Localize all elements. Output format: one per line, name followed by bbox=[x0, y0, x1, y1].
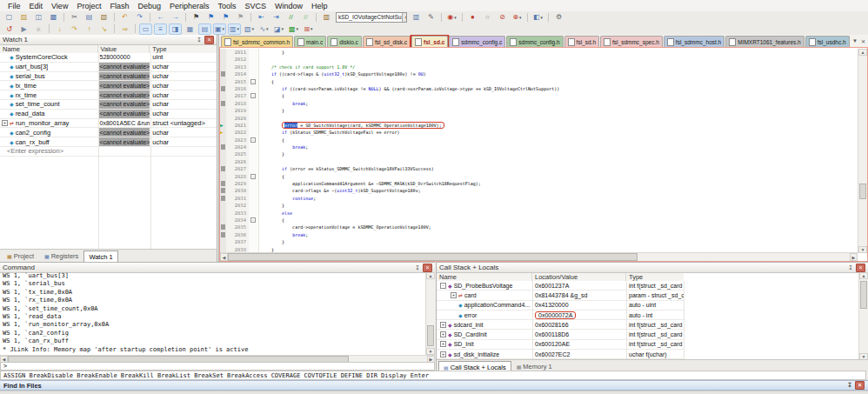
editor-tab-sdmmc-config-c[interactable]: sdmmc_config.c bbox=[449, 36, 505, 47]
breakpoint-margin[interactable] bbox=[220, 56, 226, 63]
watch-value-cell[interactable]: 528000000 bbox=[98, 53, 150, 62]
code-line-2018[interactable]: 2018 break; bbox=[220, 100, 858, 107]
chevron-down-icon[interactable]: ▾ bbox=[237, 26, 240, 31]
open-file-icon[interactable]: ▨ bbox=[17, 11, 30, 23]
code-line-2029[interactable]: 2029 applicationCommand41Argument &= ~SD… bbox=[220, 180, 858, 187]
watch-row[interactable]: ◆tx_time<cannot evaluate>uchar bbox=[0, 81, 217, 90]
fold-collapse-icon[interactable]: - bbox=[250, 93, 256, 98]
breakpoint-margin[interactable] bbox=[220, 202, 226, 209]
save-all-icon[interactable]: ▩ bbox=[47, 11, 60, 23]
save-icon[interactable]: ◫ bbox=[32, 11, 45, 23]
code-line-2034[interactable]: 2034- { bbox=[220, 217, 858, 224]
breakpoint-margin[interactable] bbox=[220, 165, 226, 172]
step-into-icon[interactable]: ↓ bbox=[53, 23, 66, 35]
code-view[interactable]: 2011 }20122013 /* check if card support … bbox=[220, 49, 858, 253]
expand-icon[interactable]: - bbox=[440, 283, 446, 289]
registers-window-icon[interactable]: ▦ bbox=[184, 23, 197, 35]
scrollbar-thumb[interactable] bbox=[427, 325, 434, 346]
breakpoint-margin[interactable] bbox=[220, 63, 226, 70]
memory-window-icon[interactable]: ▥▾ bbox=[228, 23, 241, 35]
fold-collapse-icon[interactable]: - bbox=[250, 79, 256, 84]
navigate-forward-icon[interactable]: → bbox=[169, 11, 182, 23]
watch-row[interactable]: ◆uart_bus[3]<cannot evaluate>uchar bbox=[0, 63, 217, 72]
menu-item-help[interactable]: Help bbox=[307, 2, 332, 10]
window-layout-icon[interactable]: ◧▾ bbox=[531, 11, 544, 23]
breakpoint-margin[interactable] bbox=[220, 70, 226, 77]
code-line-2037[interactable]: 2037 } bbox=[220, 238, 858, 245]
pin-icon[interactable]: ↧ bbox=[415, 264, 420, 271]
callstack-row-sd-probebusvoltage[interactable]: -◆SD_ProbeBusVoltage0x6001237Aint f(stru… bbox=[437, 281, 684, 290]
editor-tab-fsl-sd-h[interactable]: fsl_sd.h bbox=[564, 36, 599, 47]
breakpoint-margin[interactable] bbox=[220, 150, 226, 157]
watch-value-cell[interactable]: <cannot evaluate> bbox=[98, 110, 150, 118]
scroll-right-icon[interactable]: ▶ bbox=[850, 253, 858, 261]
code-line-2032[interactable]: 2032 } bbox=[220, 202, 858, 209]
indent-left-icon[interactable]: ⇤ bbox=[255, 11, 268, 23]
editor-tab-mimxrt1061-features-h[interactable]: MIMXRT1061_features.h bbox=[725, 36, 805, 47]
prev-bookmark-icon[interactable]: ⚑ bbox=[204, 11, 217, 23]
code-line-2011[interactable]: 2011 } bbox=[220, 49, 858, 56]
chevron-down-icon[interactable]: ▾ bbox=[297, 26, 299, 31]
incremental-find-icon[interactable]: ✎ bbox=[424, 11, 437, 23]
menu-item-edit[interactable]: Edit bbox=[25, 2, 48, 10]
dock-tab-project[interactable]: ▦Project bbox=[2, 250, 39, 262]
menu-item-tools[interactable]: Tools bbox=[213, 2, 240, 10]
watch-value-cell[interactable]: <cannot evaluate> bbox=[98, 100, 150, 109]
expand-icon[interactable]: + bbox=[440, 351, 446, 357]
watch-row[interactable]: +⇄run_monitor_array0x8001A5EC &run_mo...… bbox=[0, 119, 217, 129]
dock-tab-registers[interactable]: ▦Registers bbox=[39, 250, 83, 262]
breakpoint-margin[interactable] bbox=[220, 137, 226, 144]
code-line-2016[interactable]: 2016 if ((card->usrParam.ioVoltage != NU… bbox=[220, 85, 858, 92]
scrollbar-thumb[interactable] bbox=[860, 281, 867, 309]
analysis-window-icon[interactable]: ∿▾ bbox=[257, 23, 270, 35]
chevron-down-icon[interactable]: ▾ bbox=[282, 26, 284, 31]
code-line-2024[interactable]: 2024 break; bbox=[220, 144, 858, 150]
tab-list-dropdown-icon[interactable]: ▼ bbox=[852, 38, 858, 43]
menu-item-peripherals[interactable]: Peripherals bbox=[165, 2, 214, 10]
trace-window-icon[interactable]: ◪▾ bbox=[272, 23, 285, 35]
configure-tools-icon[interactable]: ⚙ bbox=[552, 11, 565, 23]
new-file-icon[interactable]: ▢ bbox=[3, 11, 16, 23]
undo-icon[interactable]: ↶ bbox=[118, 11, 131, 23]
command-window-icon[interactable]: ▭ bbox=[139, 23, 152, 35]
expand-icon[interactable]: + bbox=[440, 322, 446, 328]
clear-bookmarks-icon[interactable]: ⚑ bbox=[234, 11, 247, 23]
watch-row[interactable]: ◆set_time_count<cannot evaluate>uchar bbox=[0, 100, 217, 110]
redo-icon[interactable]: ↷ bbox=[133, 11, 146, 23]
breakpoint-margin[interactable] bbox=[220, 195, 226, 202]
editor-tab-sdmmc-config-h[interactable]: sdmmc_config.h bbox=[506, 36, 563, 47]
code-line-2023[interactable]: 2023- { bbox=[220, 137, 858, 144]
watch-value-cell[interactable]: 0x8001A5EC &run_mo... bbox=[98, 119, 150, 128]
code-line-2030[interactable]: 2030 card->flags &= ~(uint32_t)kSD_Suppo… bbox=[220, 187, 858, 194]
indent-right-icon[interactable]: ⇥ bbox=[270, 11, 283, 23]
breakpoint-margin[interactable] bbox=[220, 173, 226, 180]
paste-icon[interactable]: ▧ bbox=[97, 11, 110, 23]
breakpoint-margin[interactable] bbox=[220, 217, 226, 224]
scroll-left-icon[interactable]: ◀ bbox=[220, 253, 228, 261]
pin-icon[interactable]: ↧ bbox=[848, 264, 853, 271]
show-next-statement-icon[interactable]: ⇒ bbox=[118, 23, 131, 35]
code-line-2015[interactable]: 2015- { bbox=[220, 78, 858, 85]
breakpoint-margin[interactable] bbox=[220, 78, 226, 85]
insert-breakpoint-icon[interactable]: ● bbox=[466, 11, 479, 23]
expand-icon[interactable]: + bbox=[2, 120, 8, 126]
step-out-icon[interactable]: ↑ bbox=[83, 23, 96, 35]
watch-row[interactable]: ◆can2_config<cannot evaluate>uchar bbox=[0, 128, 217, 137]
code-line-2028[interactable]: 2028- { bbox=[220, 173, 858, 180]
scrollbar-thumb[interactable] bbox=[228, 253, 638, 261]
code-line-2027[interactable]: 2027 if (error == kStatus_SDMMC_SwitchVo… bbox=[220, 165, 858, 172]
watch-value-cell[interactable]: <cannot evaluate> bbox=[98, 72, 150, 81]
fold-collapse-icon[interactable]: - bbox=[250, 174, 256, 179]
toolbox-icon[interactable]: ⊞▾ bbox=[302, 23, 315, 35]
watch-window-icon[interactable]: ▣▾ bbox=[213, 23, 226, 35]
watch-row[interactable]: ◆can_rx_buff<cannot evaluate>uchar bbox=[0, 137, 217, 147]
find-in-files-icon[interactable]: ▥ bbox=[320, 11, 333, 23]
command-vertical-scrollbar[interactable]: ▲ ▼ bbox=[425, 272, 435, 355]
callstack-row-applicationcommand4-[interactable]: ◆applicationCommand4...0x41320000auto - … bbox=[437, 301, 684, 311]
find-combobox[interactable]: kSD_IOVoltageCtrlNotSu▼ bbox=[336, 12, 407, 23]
serial-window-icon[interactable]: ▧▾ bbox=[243, 23, 256, 35]
code-line-2035[interactable]: 2035 card->operationVoltage = kSDMMC_Ope… bbox=[220, 224, 858, 230]
watch-row[interactable]: ◆SystemCoreClock528000000uint bbox=[0, 53, 217, 63]
editor-vertical-scrollbar[interactable]: ▲ ▼ bbox=[858, 49, 867, 253]
callstack-vertical-scrollbar[interactable]: ▲ ▼ bbox=[858, 272, 868, 360]
